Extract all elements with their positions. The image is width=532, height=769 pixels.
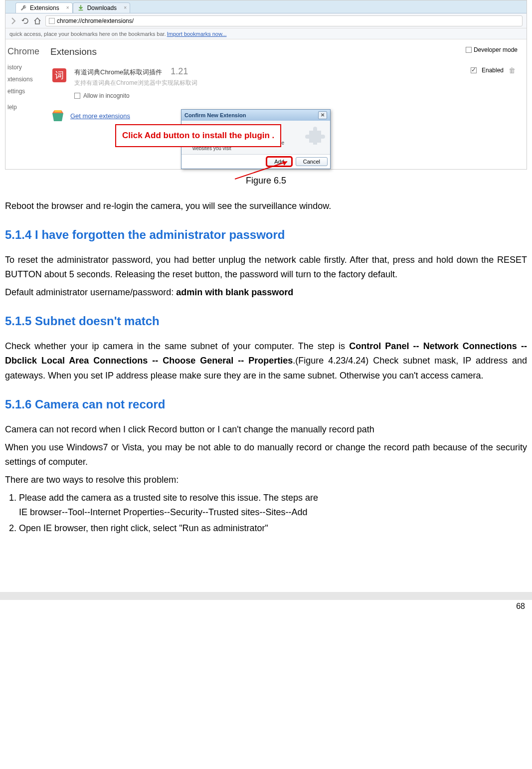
- browser-screenshot: Extensions × Downloads × chrome://chrome…: [5, 0, 527, 170]
- puzzle-icon: [305, 125, 325, 145]
- extension-version: 1.21: [171, 66, 188, 76]
- address-text: chrome://chrome/extensions/: [57, 17, 134, 24]
- paragraph: When you use Windows7 or Vista, you may …: [5, 440, 527, 470]
- developer-mode-label: Developer mode: [474, 46, 518, 53]
- dialog-titlebar: Confirm New Extension ✕: [181, 110, 330, 121]
- sidebar-settings[interactable]: ettings: [7, 88, 50, 95]
- page-heading: Extensions: [50, 46, 521, 57]
- paragraph: Reboot the browser and re-login the came…: [5, 199, 527, 214]
- address-bar-row: chrome://chrome/extensions/: [5, 13, 527, 28]
- sidebar: Chrome istory xtensions ettings lelp: [5, 46, 50, 159]
- close-icon[interactable]: ×: [124, 5, 127, 10]
- extension-icon: 词: [50, 66, 68, 84]
- sidebar-extensions[interactable]: xtensions: [7, 76, 50, 83]
- download-icon: [77, 4, 84, 11]
- tab-label: Extensions: [30, 4, 59, 11]
- paragraph: Default administrator username/password:…: [5, 285, 527, 300]
- text-bold: admin with blank password: [176, 287, 293, 297]
- tab-extensions[interactable]: Extensions ×: [15, 2, 73, 13]
- svg-rect-2: [54, 110, 61, 112]
- dialog-title: Confirm New Extension: [184, 112, 246, 118]
- tab-label: Downloads: [87, 4, 117, 11]
- webstore-icon: [50, 108, 65, 123]
- checkbox-icon[interactable]: [466, 47, 472, 53]
- paragraph: Check whether your ip camera in the same…: [5, 339, 527, 384]
- section-heading-514: 5.1.4 I have forgotten the administrator…: [5, 228, 527, 242]
- page-icon: [49, 18, 55, 24]
- text: Default administrator username/password:: [5, 287, 176, 297]
- close-icon[interactable]: ✕: [318, 111, 327, 119]
- steps-list: Please add the camera as a trusted site …: [5, 491, 527, 536]
- callout-arrow: [235, 159, 295, 184]
- chrome-brand: Chrome: [7, 46, 50, 57]
- trash-icon[interactable]: 🗑: [509, 66, 516, 74]
- checkbox-icon[interactable]: [74, 93, 80, 99]
- bookmark-bar: quick access, place your bookmarks here …: [5, 28, 527, 39]
- developer-mode-toggle[interactable]: Developer mode: [466, 46, 518, 53]
- page-number: 68: [0, 600, 532, 611]
- get-more-extensions-link[interactable]: Get more extensions: [70, 112, 130, 120]
- page-footer: 68: [0, 592, 532, 611]
- svg-line-3: [235, 162, 287, 179]
- text: IE browser--Tool--Internet Properties--S…: [19, 507, 308, 517]
- text: Please add the camera as a trusted site …: [19, 493, 318, 503]
- extension-name: 有道词典Chrome鼠标取词插件: [74, 68, 162, 76]
- paragraph: Camera can not record when I click Recor…: [5, 422, 527, 437]
- import-bookmarks-link[interactable]: Import bookmarks now...: [167, 31, 227, 37]
- section-heading-515: 5.1.5 Subnet doesn't match: [5, 314, 527, 328]
- list-item: Please add the camera as a trusted site …: [19, 491, 527, 520]
- incognito-toggle[interactable]: Allow in incognito: [74, 92, 465, 99]
- bookmark-hint: quick access, place your bookmarks here …: [9, 31, 166, 37]
- svg-text:词: 词: [55, 70, 64, 80]
- tab-strip: Extensions × Downloads ×: [5, 0, 527, 13]
- instruction-callout: Click Add button to install the plugin .: [115, 124, 281, 147]
- incognito-label: Allow in incognito: [83, 92, 130, 99]
- paragraph: To reset the administrator password, you…: [5, 253, 527, 282]
- extension-description: 支持有道词典在Chrome浏览器中实现鼠标取词: [74, 79, 465, 87]
- tab-downloads[interactable]: Downloads ×: [73, 2, 130, 13]
- section-heading-516: 5.1.6 Camera can not record: [5, 397, 527, 411]
- address-input[interactable]: chrome://chrome/extensions/: [45, 15, 523, 26]
- extension-row: 词 有道词典Chrome鼠标取词插件 1.21 支持有道词典在Chrome浏览器…: [50, 66, 521, 99]
- text: Check whether your ip camera in the same…: [5, 341, 349, 351]
- enabled-label: Enabled: [482, 67, 504, 74]
- cancel-button[interactable]: Cancel: [296, 157, 328, 166]
- close-icon[interactable]: ×: [66, 5, 69, 10]
- reload-icon[interactable]: [21, 17, 29, 25]
- wrench-icon: [20, 4, 27, 11]
- enabled-checkbox[interactable]: [471, 67, 477, 73]
- sidebar-help[interactable]: lelp: [7, 104, 50, 111]
- home-icon[interactable]: [33, 17, 41, 25]
- paragraph: There are two ways to resolve this probl…: [5, 473, 527, 488]
- forward-icon[interactable]: [9, 17, 17, 25]
- list-item: Open IE browser, then right click, selec…: [19, 521, 527, 536]
- sidebar-history[interactable]: istory: [7, 64, 50, 71]
- extensions-content: Chrome istory xtensions ettings lelp Ext…: [5, 39, 527, 169]
